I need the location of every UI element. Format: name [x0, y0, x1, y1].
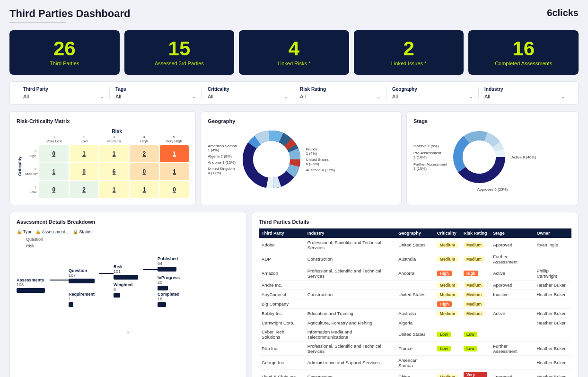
stat-card: 2Linked Issues * [354, 30, 464, 75]
table-row[interactable]: Cartwright Corp. Agriculture, Forestry a… [259, 318, 571, 327]
matrix-cell[interactable]: 0 [130, 163, 159, 180]
col-owner[interactable]: Owner [534, 228, 571, 238]
cell-stage: Approved [490, 370, 534, 377]
matrix-cell[interactable]: 0 [160, 181, 189, 198]
cell-criticality [434, 318, 461, 327]
cell-owner: Heather Buker [534, 290, 571, 299]
cell-owner: Phillip Cartwright [534, 266, 571, 281]
scroll-down-indicator[interactable]: ⌄ [17, 327, 240, 334]
cell-name: Lloyd & Chris Inc. [259, 370, 305, 377]
cell-risk-rating: Medium [461, 309, 490, 318]
cell-name: ADP [259, 252, 305, 266]
filter-group: IndustryAll⌄ [479, 87, 570, 99]
table-row[interactable]: Adobe Professional, Scientific and Techn… [259, 238, 571, 252]
assessment-filter[interactable]: 🔒 Assessment ... [35, 229, 70, 234]
geography-chart: Geography American Samoa1 (4%) Algeria 2… [201, 111, 402, 205]
cell-owner [534, 327, 571, 342]
cell-risk-rating: Low [461, 342, 490, 356]
matrix-cell[interactable]: 2 [70, 181, 99, 198]
third-parties-table: Third Party Industry Geography Criticali… [259, 228, 571, 377]
col-stage[interactable]: Stage [490, 228, 534, 238]
risk-criticality-matrix: Risk-Criticality Matrix Risk Criticality… [9, 111, 196, 205]
page-title: Third Parties Dashboard [9, 8, 131, 20]
cell-name: Andre Inc. [259, 281, 305, 290]
cell-owner: Heather Buker [534, 342, 571, 356]
cell-stage: Approved [490, 281, 534, 290]
matrix-cell[interactable]: 1 [99, 181, 129, 198]
table-row[interactable]: George Inc. Administrative and Support S… [259, 356, 571, 370]
cell-geography: France [395, 342, 434, 356]
cell-geography: Australia [395, 309, 434, 318]
cell-owner: Heather Buker [534, 318, 571, 327]
filters-bar: Third PartyAll⌄TagsAll⌄CriticalityAll⌄Ri… [9, 81, 579, 105]
col-industry[interactable]: Industry [305, 228, 396, 238]
cell-name: Cyber Tech Solutions [259, 327, 305, 342]
table-row[interactable]: ADP Construction Australia Medium Medium… [259, 252, 571, 266]
table-row[interactable]: Big Company High Medium [259, 299, 571, 309]
cell-industry [305, 281, 396, 290]
matrix-cell[interactable]: 1 [70, 145, 99, 162]
cell-owner: Ryan Ingle [534, 238, 571, 252]
cell-industry: Administrative and Support Services [305, 356, 396, 370]
cell-industry: Education and Training [305, 309, 396, 318]
criticality-label: Criticality [18, 157, 22, 176]
cell-criticality: Low [434, 342, 461, 356]
col-third-party[interactable]: Third Party [259, 228, 305, 238]
col-risk-rating[interactable]: Risk Rating [461, 228, 490, 238]
cell-stage: Further Assessment [490, 342, 534, 356]
cell-stage [490, 327, 534, 342]
cell-industry: Professional, Scientific and Technical S… [305, 266, 396, 281]
matrix-cell[interactable]: 1 [160, 145, 189, 162]
cell-criticality: High [434, 299, 461, 309]
cell-risk-rating: Medium [461, 252, 490, 266]
matrix-cell[interactable]: 1 [160, 163, 189, 180]
cell-criticality: Medium [434, 309, 461, 318]
table-row[interactable]: Filip Inc. Professional, Scientific and … [259, 342, 571, 356]
cell-criticality: Medium [434, 281, 461, 290]
cell-criticality: Medium [434, 370, 461, 377]
matrix-cell[interactable]: 6 [99, 163, 129, 180]
matrix-cell[interactable]: 1 [39, 163, 69, 180]
table-row[interactable]: AnyConnect Construction United States Me… [259, 290, 571, 299]
cell-owner: Heather Buker [534, 281, 571, 290]
cell-industry: Professional, Scientific and Technical S… [305, 238, 396, 252]
matrix-cell[interactable]: 0 [39, 181, 69, 198]
cell-criticality: Medium [434, 290, 461, 299]
col-criticality[interactable]: Criticality [434, 228, 461, 238]
table-row[interactable]: Cyber Tech Solutions Information Media a… [259, 327, 571, 342]
cell-criticality: High [434, 266, 461, 281]
matrix-cell[interactable]: 1 [99, 145, 129, 162]
matrix-cell[interactable]: 0 [39, 145, 69, 162]
cell-risk-rating: Medium [461, 290, 490, 299]
cell-stage: Active [490, 266, 534, 281]
lock-icon-2: 🔒 [35, 229, 41, 234]
cell-criticality: Medium [434, 252, 461, 266]
cell-industry: Construction [305, 252, 396, 266]
matrix-cell[interactable]: 0 [70, 163, 99, 180]
chevron-down-icon: ⌄ [561, 94, 565, 99]
cell-industry: Information Media and Telecommunications [305, 327, 396, 342]
stat-card: 16Completed Assessments [468, 30, 579, 75]
cell-industry: Agriculture, Forestry and Fishing [305, 318, 396, 327]
cell-stage: Active [490, 309, 534, 318]
brand-logo: 6clicks [547, 8, 579, 18]
page-header: Third Parties Dashboard 6clicks [9, 8, 579, 28]
cell-criticality: Low [434, 327, 461, 342]
stat-card: 4Linked Risks * [239, 30, 349, 75]
table-row[interactable]: Lloyd & Chris Inc. Construction China Me… [259, 370, 571, 377]
table-row[interactable]: Bobby Inc. Education and Training Austra… [259, 309, 571, 318]
status-filter[interactable]: 🔒 Status [73, 229, 92, 234]
cell-stage: Inactive [490, 290, 534, 299]
geography-donut [241, 129, 302, 190]
cell-risk-rating: High [461, 266, 490, 281]
cell-owner [534, 252, 571, 266]
table-row[interactable]: Andre Inc. Medium Medium Approved Heathe… [259, 281, 571, 290]
stage-donut [451, 129, 508, 185]
col-geography[interactable]: Geography [395, 228, 434, 238]
matrix-cell[interactable]: 2 [130, 145, 159, 162]
table-row[interactable]: Amazon Professional, Scientific and Tech… [259, 266, 571, 281]
type-filter[interactable]: 🔒 Type [17, 229, 33, 234]
matrix-cell[interactable]: 1 [130, 181, 159, 198]
risk-label: Risk [112, 129, 122, 134]
cell-risk-rating: Very High [461, 370, 490, 377]
